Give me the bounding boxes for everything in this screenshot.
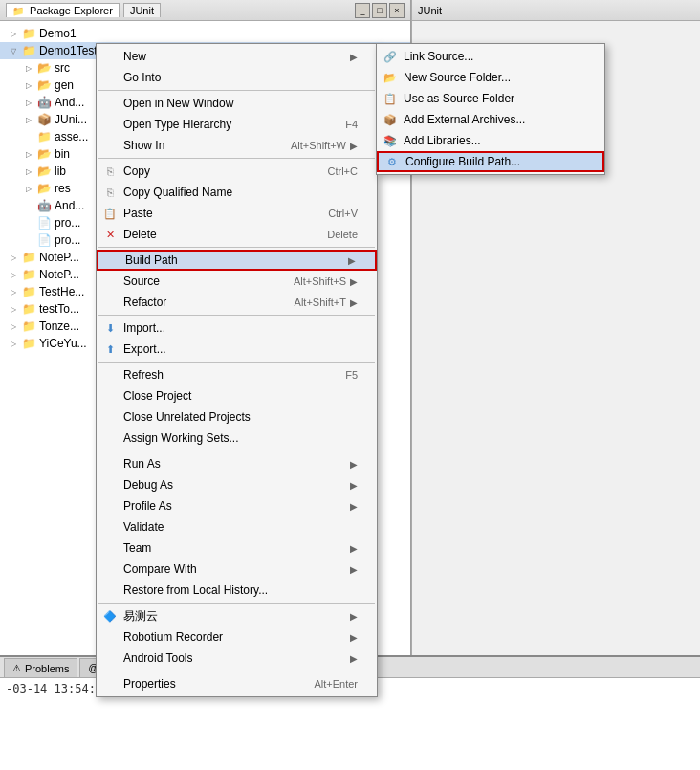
menu-item-source[interactable]: Source Alt+Shift+S ▶ <box>97 271 377 292</box>
junit-tab-label: JUnit <box>418 5 442 16</box>
expand-arrow <box>23 217 34 229</box>
expand-arrow <box>23 131 34 143</box>
separator <box>98 315 375 316</box>
android-icon: 🤖 <box>36 95 52 110</box>
tab-package-explorer-icon: 📁 <box>12 6 24 16</box>
tab-junit-label: JUnit <box>130 5 154 16</box>
file-icon: 📄 <box>36 215 52 231</box>
tree-item-label: pro... <box>55 233 80 247</box>
menu-item-go-into[interactable]: Go Into <box>97 67 377 88</box>
expand-arrow <box>23 234 34 246</box>
tree-item-label: src <box>55 61 70 75</box>
menu-item-delete[interactable]: ✕ Delete Delete <box>97 224 377 245</box>
menu-item-import[interactable]: ⬇ Import... <box>97 318 377 339</box>
tree-item-label: And... <box>55 96 84 109</box>
menu-item-compare[interactable]: Compare With ▶ <box>97 559 377 580</box>
menu-item-properties[interactable]: Properties Alt+Enter <box>97 673 377 694</box>
maximize-btn[interactable]: □ <box>372 3 387 18</box>
tree-item-demo1[interactable]: ▷ 📁 Demo1 <box>0 25 410 42</box>
tree-item-label: bin <box>55 147 70 161</box>
delete-icon: ✕ <box>102 227 118 242</box>
menu-item-assign-sets[interactable]: Assign Working Sets... <box>97 428 377 449</box>
tree-item-label: NoteP... <box>39 268 79 281</box>
tree-item-label: JUni... <box>55 113 87 126</box>
expand-arrow: ▽ <box>8 45 19 56</box>
menu-item-copy[interactable]: ⎘ Copy Ctrl+C <box>97 161 377 182</box>
menu-item-run-as[interactable]: Run As ▶ <box>97 453 377 474</box>
sub-menu-item-new-source[interactable]: 📂 New Source Folder... <box>377 67 604 88</box>
xml-icon: 🤖 <box>36 198 52 213</box>
menu-item-robotium[interactable]: Robotium Recorder ▶ <box>97 627 377 648</box>
new-folder-icon: 📂 <box>383 70 398 85</box>
import-icon: ⬇ <box>102 320 118 336</box>
right-header: JUnit <box>412 0 700 21</box>
menu-item-copy-qualified[interactable]: ⎘ Copy Qualified Name <box>97 182 377 203</box>
menu-item-export[interactable]: ⬆ Export... <box>97 339 377 360</box>
menu-item-close-unrelated[interactable]: Close Unrelated Projects <box>97 407 377 428</box>
problems-icon: ⚠ <box>12 663 21 673</box>
menu-item-profile-as[interactable]: Profile As ▶ <box>97 495 377 517</box>
menu-item-team[interactable]: Team ▶ <box>97 538 377 559</box>
file-icon: 📄 <box>36 232 52 248</box>
header-buttons: _ □ × <box>355 3 405 18</box>
copy-icon: ⎘ <box>102 185 118 200</box>
panel-header: 📁 Package Explorer JUnit _ □ × <box>0 0 410 21</box>
menu-item-paste[interactable]: 📋 Paste Ctrl+V <box>97 203 377 224</box>
tab-junit[interactable]: JUnit <box>123 3 161 17</box>
sub-menu-item-add-libraries[interactable]: 📚 Add Libraries... <box>377 130 604 151</box>
link-source-icon: 🔗 <box>383 49 398 64</box>
jar-icon: 📦 <box>36 112 52 127</box>
sub-context-menu: 🔗 Link Source... 📂 New Source Folder... … <box>376 43 605 175</box>
sub-menu-item-configure[interactable]: ⚙ Configure Build Path... <box>377 151 604 172</box>
sub-menu-item-use-source[interactable]: 📋 Use as Source Folder <box>377 88 604 109</box>
separator <box>98 247 375 248</box>
separator <box>98 671 375 671</box>
menu-item-yice[interactable]: 🔷 易测云 ▶ <box>97 605 377 627</box>
menu-item-show-in[interactable]: Show In Alt+Shift+W ▶ <box>97 135 377 156</box>
menu-item-open-hierarchy[interactable]: Open Type Hierarchy F4 <box>97 114 377 135</box>
folder-icon: 📂 <box>36 77 52 93</box>
menu-item-open-window[interactable]: Open in New Window <box>97 93 377 114</box>
project-icon: 📁 <box>21 26 36 41</box>
menu-item-refactor[interactable]: Refactor Alt+Shift+T ▶ <box>97 292 377 313</box>
tree-item-label: Tonze... <box>39 319 79 333</box>
separator <box>98 362 375 363</box>
expand-arrow: ▷ <box>23 62 34 74</box>
tree-item-label: testTo... <box>39 302 79 316</box>
sub-menu-item-add-external[interactable]: 📦 Add External Archives... <box>377 109 604 130</box>
configure-icon: ⚙ <box>384 154 400 169</box>
tree-item-label: lib <box>55 165 66 178</box>
minimize-btn[interactable]: _ <box>355 3 370 18</box>
menu-item-android-tools[interactable]: Android Tools ▶ <box>97 648 377 669</box>
project-icon: 📁 <box>21 301 36 317</box>
add-external-icon: 📦 <box>383 112 398 127</box>
expand-arrow: ▷ <box>23 148 34 160</box>
menu-item-new[interactable]: New ▶ <box>97 46 377 67</box>
sub-menu-item-link-source[interactable]: 🔗 Link Source... <box>377 46 604 67</box>
menu-item-build-path[interactable]: Build Path ▶ <box>97 250 377 271</box>
tree-item-label: TestHe... <box>39 285 84 298</box>
separator <box>98 90 375 91</box>
tab-problems[interactable]: ⚠ Problems <box>4 658 77 677</box>
menu-item-close-project[interactable]: Close Project <box>97 385 377 407</box>
expand-arrow: ▷ <box>23 183 34 194</box>
menu-item-validate[interactable]: Validate <box>97 517 377 538</box>
tree-item-label: Demo1 <box>39 27 77 40</box>
copy-icon: ⎘ <box>102 164 118 179</box>
menu-item-restore-history[interactable]: Restore from Local History... <box>97 580 377 601</box>
tab-package-explorer-label: Package Explorer <box>30 5 113 16</box>
menu-item-debug-as[interactable]: Debug As ▶ <box>97 474 377 495</box>
project-icon: 📁 <box>21 43 36 58</box>
folder-icon: 📂 <box>36 164 52 179</box>
yice-icon: 🔷 <box>102 608 118 624</box>
menu-item-refresh[interactable]: Refresh F5 <box>97 364 377 385</box>
tree-item-label: And... <box>55 199 84 212</box>
close-btn[interactable]: × <box>389 3 405 18</box>
expand-arrow: ▷ <box>8 269 19 280</box>
tab-package-explorer[interactable]: 📁 Package Explorer <box>6 3 120 17</box>
separator <box>98 603 375 604</box>
tree-item-label: pro... <box>55 216 80 230</box>
expand-arrow: ▷ <box>8 303 19 315</box>
expand-arrow <box>23 200 34 211</box>
folder-icon: 📂 <box>36 60 52 76</box>
